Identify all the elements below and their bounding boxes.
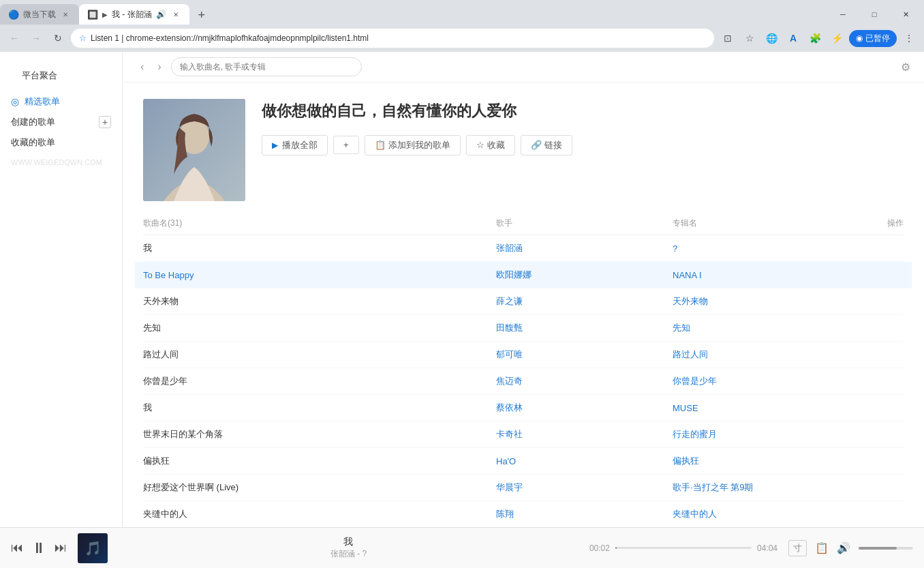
close-button[interactable]: ✕ xyxy=(890,4,921,25)
add-button[interactable]: + xyxy=(333,136,359,154)
song-artist: 焦迈奇 xyxy=(496,375,673,387)
sidebar-watermark: WWW.WEIGEDQWN.COM xyxy=(0,153,122,172)
featured-icon: ◎ xyxy=(11,96,19,107)
search-back-button[interactable]: ‹ xyxy=(136,59,148,74)
song-artist: 陈翔 xyxy=(496,508,673,520)
progress-bar[interactable] xyxy=(615,547,752,549)
song-name: 我 xyxy=(143,242,496,254)
bookmark-icon[interactable]: ☆ xyxy=(740,29,759,48)
volume-slider[interactable] xyxy=(859,547,913,550)
address-bar: ← → ↻ ☆ Listen 1 | chrome-extension://nm… xyxy=(0,25,924,52)
url-secure-icon: ☆ xyxy=(79,33,87,43)
song-list: 歌曲名(31) 歌手 专辑名 操作 我 张韶涵 ? To Be Happy 欧阳… xyxy=(123,212,924,527)
play-all-button[interactable]: ▶ 播放全部 xyxy=(262,135,328,155)
song-row[interactable]: 路过人间 郁可唯 路过人间 xyxy=(143,342,904,368)
profile-label: 已暂停 xyxy=(865,33,890,44)
create-playlist-icon[interactable]: + xyxy=(99,116,111,128)
refresh-button[interactable]: ↻ xyxy=(49,29,67,47)
manage-icon[interactable]: ⚡ xyxy=(827,29,846,48)
screenshot-icon[interactable]: ⊡ xyxy=(718,29,737,48)
link-label: 链接 xyxy=(544,139,562,151)
loop-button[interactable]: 寸 xyxy=(788,540,807,556)
cover-image xyxy=(143,99,245,201)
settings-icon[interactable]: ⚙ xyxy=(901,61,910,74)
song-row[interactable]: 夹缝中的人 陈翔 夹缝中的人 xyxy=(143,501,904,527)
menu-button[interactable]: ⋮ xyxy=(899,29,919,48)
favorite-label: 收藏 xyxy=(487,139,505,151)
sidebar-item-featured[interactable]: ◎ 精选歌单 xyxy=(0,91,122,112)
tab-weidang-close[interactable]: ✕ xyxy=(60,9,71,20)
volume-icon[interactable]: 🔊 xyxy=(837,541,850,554)
song-row[interactable]: 偏执狂 Ha'O 偏执狂 xyxy=(143,448,904,475)
progress-fill xyxy=(615,547,617,549)
player-info: 我 张韶涵 - ? xyxy=(119,536,579,560)
link-button[interactable]: 🔗 链接 xyxy=(521,135,572,155)
song-album: MUSE xyxy=(673,403,849,413)
add-to-playlist-label: 添加到我的歌单 xyxy=(388,139,450,151)
profile-button[interactable]: ◉ 已暂停 xyxy=(849,30,897,47)
song-name: 世界末日的某个角落 xyxy=(143,428,496,440)
new-tab-button[interactable]: + xyxy=(192,5,211,25)
search-input[interactable] xyxy=(171,57,362,76)
link-icon: 🔗 xyxy=(531,140,542,150)
tab-music-speaker: 🔊 xyxy=(156,10,166,19)
song-artist: 蔡依林 xyxy=(496,402,673,414)
song-row[interactable]: To Be Happy 欧阳娜娜 NANA I xyxy=(135,262,912,288)
player-artist: 张韶涵 - ? xyxy=(119,548,579,560)
add-to-playlist-button[interactable]: 📋 添加到我的歌单 xyxy=(365,135,461,155)
tab-weidang-icon: 🔵 xyxy=(8,10,19,20)
tab-weidang[interactable]: 🔵 微当下载 ✕ xyxy=(0,4,79,25)
forward-button[interactable]: → xyxy=(27,29,45,47)
song-row[interactable]: 你曾是少年 焦迈奇 你曾是少年 xyxy=(143,368,904,395)
prev-button[interactable]: ⏮ xyxy=(11,541,23,555)
song-artist: 华晨宇 xyxy=(496,481,673,494)
song-artist: 张韶涵 xyxy=(496,242,673,254)
browser-chrome: 🔵 微当下载 ✕ 🔲 ▶ 我 - 张韶涵 🔊 ✕ + ─ □ ✕ ← → ↻ ☆… xyxy=(0,0,924,52)
tab-music[interactable]: 🔲 ▶ 我 - 张韶涵 🔊 ✕ xyxy=(79,4,189,25)
extensions-icon[interactable]: 🧩 xyxy=(805,29,825,48)
globe-icon[interactable]: 🌐 xyxy=(762,29,781,48)
search-forward-button[interactable]: › xyxy=(153,59,165,74)
minimize-button[interactable]: ─ xyxy=(827,4,859,25)
translate-icon[interactable]: A xyxy=(784,29,803,48)
col-name-header: 歌曲名(31) xyxy=(143,218,496,229)
song-artist: 薛之谦 xyxy=(496,295,673,308)
sidebar-item-created[interactable]: 创建的歌单 + xyxy=(0,112,122,132)
col-ops-header: 操作 xyxy=(849,218,904,229)
favorite-button[interactable]: ☆ 收藏 xyxy=(466,135,515,155)
created-label: 创建的歌单 xyxy=(11,116,55,128)
add-icon: + xyxy=(343,140,349,150)
col-artist-header: 歌手 xyxy=(496,218,673,229)
song-name: To Be Happy xyxy=(143,270,496,280)
playlist-header: 做你想做的自己，自然有懂你的人爱你 ▶ 播放全部 + 📋 添加到我的歌单 ☆ xyxy=(123,83,924,212)
song-artist: 欧阳娜娜 xyxy=(496,269,673,281)
volume-fill xyxy=(859,547,897,550)
url-text: Listen 1 | chrome-extension://nmjklfmapl… xyxy=(91,33,706,43)
tab-music-close[interactable]: ✕ xyxy=(170,9,181,20)
back-button[interactable]: ← xyxy=(5,29,23,47)
playlist-info: 做你想做的自己，自然有懂你的人爱你 ▶ 播放全部 + 📋 添加到我的歌单 ☆ xyxy=(262,99,904,155)
song-name: 路过人间 xyxy=(143,348,496,361)
playlist-icon[interactable]: 📋 xyxy=(815,541,829,554)
tab-music-play-icon: ▶ xyxy=(102,11,108,18)
song-artist: 卡奇社 xyxy=(496,428,673,440)
song-row[interactable]: 我 张韶涵 ? xyxy=(143,235,904,262)
url-bar[interactable]: ☆ Listen 1 | chrome-extension://nmjklfma… xyxy=(71,29,714,48)
sidebar-item-platform[interactable]: 平台聚合 xyxy=(11,65,111,86)
add-to-playlist-icon: 📋 xyxy=(375,140,386,150)
next-button[interactable]: ⏭ xyxy=(55,541,67,555)
sidebar-item-collected[interactable]: 收藏的歌单 xyxy=(0,132,122,153)
song-row[interactable]: 我 蔡依林 MUSE xyxy=(143,395,904,421)
song-row[interactable]: 先知 田馥甄 先知 xyxy=(143,315,904,342)
song-album: 歌手·当打之年 第9期 xyxy=(673,481,849,494)
profile-icon: ◉ xyxy=(856,33,863,43)
song-row[interactable]: 天外来物 薛之谦 天外来物 xyxy=(143,288,904,315)
play-pause-button[interactable]: ⏸ xyxy=(31,539,46,557)
song-name: 偏执狂 xyxy=(143,455,496,467)
player-thumb-img: 🎵 xyxy=(78,533,108,563)
song-row[interactable]: 好想爱这个世界啊 (Live) 华晨宇 歌手·当打之年 第9期 xyxy=(143,475,904,501)
maximize-button[interactable]: □ xyxy=(859,4,890,25)
song-row[interactable]: 世界末日的某个角落 卡奇社 行走的蜜月 xyxy=(143,421,904,448)
player-song-name: 我 xyxy=(119,536,579,548)
song-album: 夹缝中的人 xyxy=(673,508,849,520)
